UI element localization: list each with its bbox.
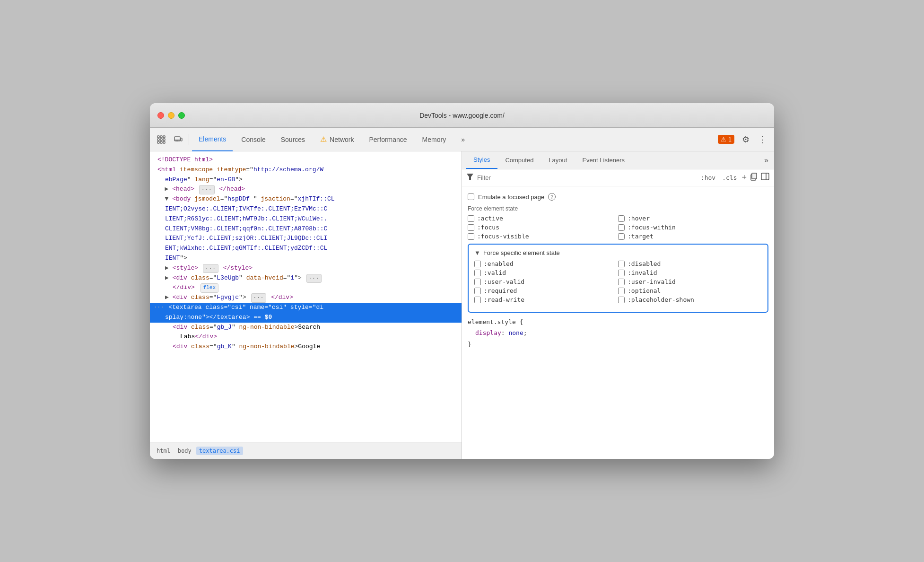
devtools-main: <!DOCTYPE html> <html itemscope itemtype…	[150, 151, 774, 459]
state-focus-visible-checkbox[interactable]	[468, 233, 474, 240]
dom-tree[interactable]: <!DOCTYPE html> <html itemscope itemtype…	[150, 151, 462, 442]
maximize-button[interactable]	[178, 112, 185, 119]
dom-line-textarea-selected[interactable]: ··· <textarea class="csi" name="csi" sty…	[150, 303, 462, 313]
breadcrumb-html[interactable]: html	[154, 447, 173, 455]
state-required: :required	[474, 287, 618, 294]
svg-rect-2	[157, 139, 159, 140]
svg-rect-6	[157, 141, 159, 143]
state-enabled-checkbox[interactable]	[474, 261, 481, 267]
force-specific-element-state-section: ▼ Force specific element state :enabled …	[468, 244, 768, 313]
state-optional: :optional	[618, 287, 762, 294]
dom-line-textarea-cont[interactable]: splay:none"></textarea> == $0	[150, 313, 462, 323]
dom-line-gbk[interactable]: <div class="gb_K" ng-non-bindable>Google	[150, 342, 462, 352]
styles-content[interactable]: Emulate a focused page ? Force element s…	[462, 186, 774, 459]
dom-more-dots: ···	[154, 303, 164, 312]
state-focus-visible: :focus-visible	[468, 233, 618, 240]
more-options-button[interactable]: ⋮	[755, 132, 770, 147]
state-required-checkbox[interactable]	[474, 288, 481, 294]
dom-line-head[interactable]: ▶ <head> ··· </head>	[150, 184, 462, 194]
emulate-focused-label: Emulate a focused page	[478, 193, 544, 201]
state-invalid-checkbox[interactable]	[618, 270, 625, 276]
tab-event-listeners[interactable]: Event Listeners	[575, 152, 632, 168]
state-placeholder-shown: :placeholder-shown	[618, 296, 762, 303]
tab-sources[interactable]: Sources	[274, 128, 312, 151]
style-dots[interactable]: ···	[203, 264, 218, 273]
devtools-window: DevTools - www.google.com/	[150, 103, 774, 459]
badge-warning-icon: ⚠	[721, 136, 726, 143]
div-l3-dots[interactable]: ···	[306, 274, 322, 283]
tab-console[interactable]: Console	[235, 128, 272, 151]
tab-network[interactable]: ⚠ Network	[314, 128, 360, 151]
style-expand-arrow[interactable]: ▶	[165, 264, 169, 272]
tab-styles[interactable]: Styles	[466, 151, 497, 169]
state-disabled-checkbox[interactable]	[618, 261, 625, 267]
filter-icon	[467, 174, 473, 182]
breadcrumb-textarea[interactable]: textarea.csi	[196, 447, 243, 455]
styles-tabs-more-button[interactable]: »	[762, 154, 770, 167]
hov-button[interactable]: :hov	[699, 173, 717, 182]
state-user-invalid-checkbox[interactable]	[618, 279, 625, 285]
dom-line-html-open[interactable]: <html itemscope itemtype="http://schema.…	[150, 165, 462, 175]
styles-controls: :hov .cls +	[699, 172, 769, 183]
styles-tabs: Styles Computed Layout Event Listeners »	[462, 151, 774, 169]
styles-filter-bar: :hov .cls +	[462, 169, 774, 186]
svg-rect-3	[160, 139, 162, 140]
dom-line-fgvgjc[interactable]: ▶ <div class="Fgvgjc"> ··· </div>	[150, 293, 462, 303]
state-optional-checkbox[interactable]	[618, 288, 625, 294]
dom-line-body-c1: IENT;O2vyse:.CLIENT;IVKTfe:.CLIENT;Ez7VM…	[150, 204, 462, 214]
svg-rect-1	[160, 136, 162, 138]
settings-button[interactable]: ⚙	[738, 132, 753, 147]
minimize-button[interactable]	[168, 112, 174, 119]
device-toggle-button[interactable]	[171, 132, 186, 147]
div-l3-expand-arrow[interactable]: ▶	[165, 274, 169, 281]
cls-button[interactable]: .cls	[720, 173, 739, 182]
inspect-element-button[interactable]	[154, 132, 169, 147]
state-target-checkbox[interactable]	[618, 233, 625, 240]
tab-memory[interactable]: Memory	[416, 128, 453, 151]
flex-badge[interactable]: flex	[200, 283, 218, 293]
dom-line-body-c3: CLIENT;VM8bg:.CLIENT;qqf0n:.CLIENT;A8708…	[150, 224, 462, 234]
emulate-focused-checkbox[interactable]	[468, 193, 474, 200]
filter-input[interactable]	[477, 174, 695, 181]
body-expand-arrow[interactable]: ▼	[165, 195, 169, 202]
state-focus-checkbox[interactable]	[468, 224, 474, 231]
dom-line-gbj[interactable]: <div class="gb_J" ng-non-bindable>Search	[150, 323, 462, 333]
specific-state-collapse-arrow[interactable]: ▼	[474, 249, 480, 256]
devtools-toolbar: Elements Console Sources ⚠ Network Perfo…	[150, 128, 774, 151]
state-active-checkbox[interactable]	[468, 215, 474, 222]
close-button[interactable]	[157, 112, 164, 119]
dom-line-div-l3[interactable]: ▶ <div class="L3eUgb" data-hveid="1"> ··…	[150, 273, 462, 283]
head-dots[interactable]: ···	[199, 185, 215, 194]
issues-badge[interactable]: ⚠ 1	[718, 135, 734, 144]
add-style-button[interactable]: +	[741, 173, 747, 183]
emulate-help-icon[interactable]: ?	[548, 193, 556, 201]
state-read-write-checkbox[interactable]	[474, 297, 481, 303]
tab-layout[interactable]: Layout	[541, 152, 575, 168]
fgvgjc-dots[interactable]: ···	[251, 293, 267, 303]
tab-computed[interactable]: Computed	[497, 152, 541, 168]
toggle-sidebar-button[interactable]	[761, 172, 769, 183]
dom-line-style[interactable]: ▶ <style> ··· </style>	[150, 263, 462, 273]
breadcrumb-body[interactable]: body	[175, 447, 194, 455]
state-invalid: :invalid	[618, 269, 762, 276]
state-placeholder-shown-checkbox[interactable]	[618, 297, 625, 303]
svg-rect-4	[163, 136, 165, 138]
window-title: DevTools - www.google.com/	[419, 112, 505, 119]
network-warning-icon: ⚠	[320, 135, 327, 144]
svg-rect-10	[181, 138, 182, 141]
tab-performance[interactable]: Performance	[362, 128, 413, 151]
fgvgjc-expand-arrow[interactable]: ▶	[165, 294, 169, 301]
state-hover-checkbox[interactable]	[618, 215, 625, 222]
copy-style-button[interactable]	[750, 172, 758, 183]
head-expand-arrow[interactable]: ▶	[165, 185, 169, 193]
svg-rect-7	[160, 141, 162, 143]
state-user-valid-checkbox[interactable]	[474, 279, 481, 285]
dom-line-body[interactable]: ▼ <body jsmodel="hspDDf " jsaction="xjhT…	[150, 194, 462, 204]
breadcrumb: html body textarea.csi	[150, 442, 462, 459]
tab-more[interactable]: »	[454, 128, 471, 151]
state-read-write: :read-write	[474, 296, 618, 303]
state-valid-checkbox[interactable]	[474, 270, 481, 276]
tab-elements[interactable]: Elements	[192, 128, 233, 151]
state-focus-within-checkbox[interactable]	[618, 224, 625, 231]
emulate-focused-row: Emulate a focused page ?	[468, 190, 768, 203]
